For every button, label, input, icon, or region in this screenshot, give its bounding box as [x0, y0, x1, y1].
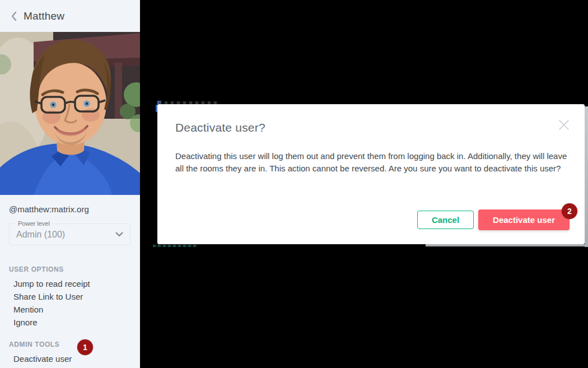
dialog-scrollbar[interactable] — [585, 106, 588, 247]
annotation-step-badge-1: 1 — [77, 339, 93, 355]
dialog-body-text: Deactivating this user will log them out… — [175, 150, 570, 175]
admin-tools-section: ADMIN TOOLS Deactivate user — [0, 341, 140, 365]
app-screen: Matthew — [0, 0, 588, 368]
user-options-heading: USER OPTIONS — [9, 265, 131, 273]
menu-item-share-link-to-user[interactable]: Share Link to User — [9, 290, 131, 303]
menu-item-deactivate-user[interactable]: Deactivate user — [9, 352, 131, 365]
admin-tools-heading: ADMIN TOOLS — [9, 341, 131, 348]
member-user-id: @matthew:matrix.org — [9, 204, 131, 214]
member-avatar-photo[interactable] — [0, 32, 140, 195]
user-options-section: USER OPTIONS Jump to read receipt Share … — [0, 265, 140, 329]
dialog-title: Deactivate user? — [175, 121, 570, 134]
annotation-step-badge-2: 2 — [562, 203, 577, 219]
power-level-select[interactable]: Power level Admin (100) — [9, 223, 130, 245]
underlying-content-sliver — [153, 245, 198, 247]
member-info-panel: Matthew — [0, 0, 140, 368]
dialog-button-row: Cancel Deactivate user — [417, 209, 570, 230]
menu-item-jump-to-read-receipt[interactable]: Jump to read receipt — [9, 277, 131, 290]
deactivate-user-dialog: Deactivate user? Deactivating this user … — [157, 104, 585, 244]
deactivate-user-button[interactable]: Deactivate user — [478, 209, 570, 230]
back-chevron-icon[interactable] — [8, 10, 20, 22]
member-name-title: Matthew — [24, 10, 64, 22]
member-info-header[interactable]: Matthew — [0, 0, 140, 32]
power-level-label: Power level — [16, 220, 52, 227]
power-level-value: Admin (100) — [16, 230, 115, 240]
chevron-down-icon — [115, 232, 123, 237]
dialog-shadow — [426, 244, 585, 246]
member-profile-section: @matthew:matrix.org Power level Admin (1… — [0, 195, 140, 245]
cancel-button[interactable]: Cancel — [417, 211, 474, 229]
menu-item-ignore[interactable]: Ignore — [9, 316, 131, 329]
close-icon[interactable] — [558, 119, 570, 131]
menu-item-mention[interactable]: Mention — [9, 303, 131, 316]
